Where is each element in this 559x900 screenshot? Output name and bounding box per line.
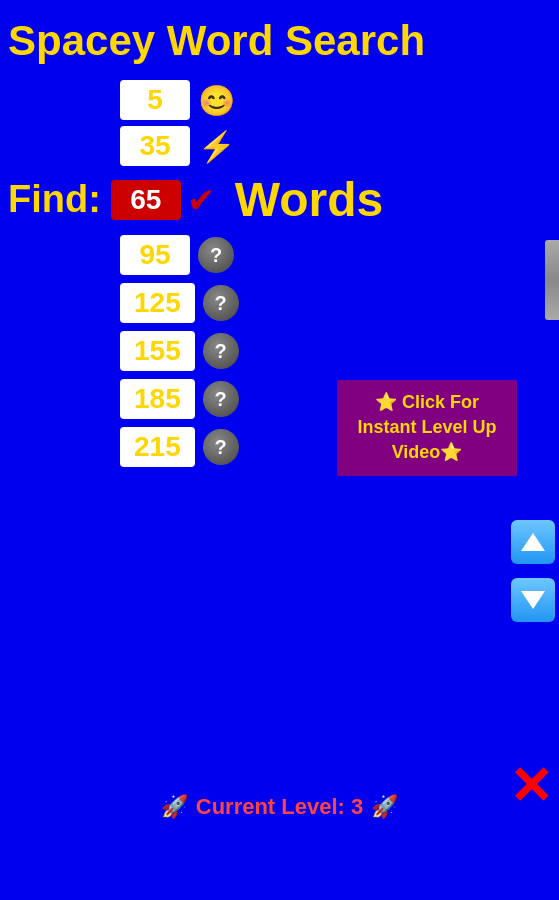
app-title: Spacey Word Search [0,0,559,74]
rocket-right-icon: 🚀 [371,794,398,820]
scroll-down-button[interactable] [511,578,555,622]
question-icon-95: ? [198,237,234,273]
arrow-down-icon [521,591,545,609]
level-box-125[interactable]: 125 [120,283,195,323]
level-box-65[interactable]: 65 [111,180,181,220]
promo-box[interactable]: ⭐ Click For Instant Level Up Video⭐ [337,380,517,476]
scrollbar [545,240,559,320]
level-box-5[interactable]: 5 [120,80,190,120]
question-icon-125: ? [203,285,239,321]
question-icon-155: ? [203,333,239,369]
level-row-5[interactable]: 5 😊 [120,80,559,120]
level-box-155[interactable]: 155 [120,331,195,371]
question-icon-185: ? [203,381,239,417]
level-row-95[interactable]: 95 ? [120,235,559,275]
arrow-up-icon [521,533,545,551]
find-row: Find: 65 ✔ Words [0,172,559,227]
smiley-icon: 😊 [198,83,235,118]
level-box-95[interactable]: 95 [120,235,190,275]
question-icon-215: ? [203,429,239,465]
level-row-155[interactable]: 155 ? [120,331,559,371]
current-level-display: 🚀 Current Level: 3 🚀 [0,794,559,820]
level-box-185[interactable]: 185 [120,379,195,419]
level-box-35[interactable]: 35 [120,126,190,166]
scroll-up-button[interactable] [511,520,555,564]
current-level-text: Current Level: 3 [196,794,364,820]
checkmark-icon: ✔ [187,180,215,220]
rocket-left-icon: 🚀 [161,794,188,820]
level-row-125[interactable]: 125 ? [120,283,559,323]
words-label: Words [235,172,383,227]
level-row-35[interactable]: 35 ⚡ [120,126,559,166]
find-label: Find: [8,178,101,221]
lightning-icon: ⚡ [198,129,235,164]
level-box-215[interactable]: 215 [120,427,195,467]
